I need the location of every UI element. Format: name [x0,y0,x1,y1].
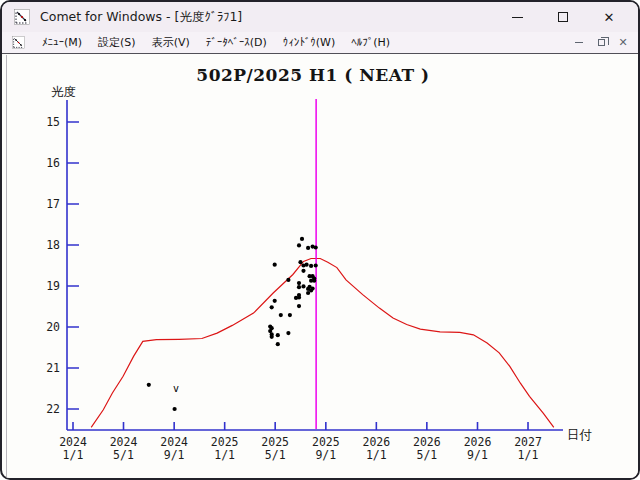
x-tick-label-year: 2026 [362,435,390,449]
x-tick-label-day: 5/1 [113,448,134,462]
observation-point [300,237,304,241]
observation-point [276,342,280,346]
y-axis-label: 光度 [51,84,76,99]
observation-point [270,335,274,339]
x-tick-label-year: 2026 [464,435,492,449]
title-bar: Comet for Windows - [光度ｸﾞﾗﾌ1] ✕ [2,2,638,32]
observation-point [297,304,301,308]
magnitude-chart: 502P/2025 H1 ( NEAT )光度日付151617181920212… [7,55,639,478]
menu-item-database[interactable]: ﾃﾞｰﾀﾍﾞｰｽ(D) [199,33,274,52]
mdi-minimize-button[interactable] [570,35,588,51]
menu-items: ﾒﾆｭｰ(M) 設定(S) 表示(V) ﾃﾞｰﾀﾍﾞｰｽ(D) ｳｨﾝﾄﾞｳ(W… [35,32,570,53]
y-tick-label: 18 [46,238,60,252]
observation-point [297,243,301,247]
x-tick-label-day: 9/1 [164,448,185,462]
x-tick-label-year: 2025 [312,435,340,449]
observation-point [147,383,151,387]
observation-point [312,279,316,283]
x-tick-label-day: 9/1 [467,448,488,462]
y-tick-label: 20 [46,320,60,334]
y-tick-label: 22 [46,402,60,416]
x-tick-label-year: 2025 [211,435,239,449]
observation-point [279,313,283,317]
limit-marker: v [173,383,179,394]
x-tick-label-day: 1/1 [518,448,539,462]
x-tick-label-day: 5/1 [416,448,437,462]
menu-item-help[interactable]: ﾍﾙﾌﾟ(H) [344,33,397,52]
window-title: Comet for Windows - [光度ｸﾞﾗﾌ1] [40,9,494,26]
observation-point [297,295,301,299]
minimize-icon [512,17,523,18]
x-tick-label-year: 2024 [110,435,138,449]
observation-point [286,331,290,335]
observation-point [309,264,313,268]
mdi-restore-button[interactable] [592,35,610,51]
observation-point [297,281,301,285]
mdi-close-icon: ✕ [618,37,627,48]
x-tick-label-year: 2025 [261,435,289,449]
observation-point [314,245,318,249]
y-tick-label: 16 [46,156,60,170]
chart-canvas: 502P/2025 H1 ( NEAT )光度日付151617181920212… [6,55,638,478]
y-tick-label: 17 [46,197,60,211]
app-window: Comet for Windows - [光度ｸﾞﾗﾌ1] ✕ ﾒﾆｭｰ(M) … [0,0,640,480]
x-tick-label-year: 2024 [59,435,87,449]
observation-point [301,284,305,288]
mdi-minimize-icon [575,42,583,43]
predicted-curve [91,259,554,428]
observation-point [273,263,277,267]
observation-point [286,278,290,282]
x-tick-label-day: 1/1 [366,448,387,462]
maximize-button[interactable] [540,2,586,32]
y-tick-label: 21 [46,361,60,375]
window-controls: ✕ [494,2,632,32]
observation-point [273,299,277,303]
menu-item-view[interactable]: 表示(V) [145,32,197,53]
app-logo-icon [14,9,30,25]
menu-item-menu[interactable]: ﾒﾆｭｰ(M) [35,33,89,52]
observation-point [306,246,310,250]
observation-point [276,333,280,337]
observation-point [314,263,318,267]
close-icon: ✕ [604,11,615,24]
maximize-icon [558,12,568,22]
mdi-system-menu-icon[interactable] [12,36,25,49]
observation-point [306,291,310,295]
x-tick-label-year: 2027 [514,435,542,449]
y-tick-label: 15 [46,115,60,129]
observation-point [298,260,302,264]
menu-bar: ﾒﾆｭｰ(M) 設定(S) 表示(V) ﾃﾞｰﾀﾍﾞｰｽ(D) ｳｨﾝﾄﾞｳ(W… [2,32,638,54]
x-tick-label-year: 2026 [413,435,441,449]
x-tick-label-year: 2024 [160,435,188,449]
menu-item-window[interactable]: ｳｨﾝﾄﾞｳ(W) [276,33,342,52]
x-tick-label-day: 5/1 [265,448,286,462]
mdi-window-controls: ✕ [570,35,634,51]
observation-point [270,305,274,309]
observation-point [288,313,292,317]
y-tick-label: 19 [46,279,60,293]
x-axis-label: 日付 [567,427,593,442]
observation-point [305,263,309,267]
x-tick-label-day: 1/1 [214,448,235,462]
mdi-restore-icon [598,39,605,46]
observation-point [297,285,301,289]
x-tick-label-day: 9/1 [315,448,336,462]
close-button[interactable]: ✕ [586,2,632,32]
menu-item-settings[interactable]: 設定(S) [91,32,143,53]
chart-title: 502P/2025 H1 ( NEAT ) [196,65,429,85]
observation-point [301,269,305,273]
minimize-button[interactable] [494,2,540,32]
mdi-close-button[interactable]: ✕ [614,35,632,51]
observation-point [173,407,177,411]
x-tick-label-day: 1/1 [63,448,84,462]
